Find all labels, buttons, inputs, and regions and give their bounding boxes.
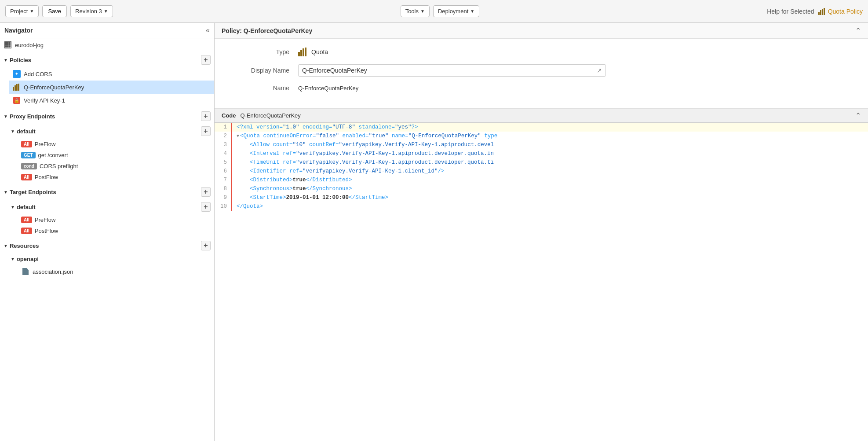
nav-item-preflow-proxy[interactable]: All PreFlow — [18, 139, 214, 150]
revision-button[interactable]: Revision 3 ▼ — [70, 5, 113, 17]
line-num-5: 5 — [215, 158, 232, 167]
svg-rect-6 — [16, 84, 18, 91]
code-header-left: Code Q-EnforceQuotaPerKey — [222, 112, 301, 119]
code-expand-button[interactable]: ⌃ — [855, 111, 861, 120]
nav-item-quota-label: Q-EnforceQuotaPerKey — [24, 84, 84, 91]
proxy-endpoints-children: ▼ default + All PreFlow GET get /convert — [0, 124, 214, 183]
line-content-8: <Synchronous>true</Synchronous> — [237, 184, 868, 193]
collapse-button[interactable]: « — [206, 26, 210, 34]
policies-label: Policies — [10, 57, 31, 63]
target-default-header[interactable]: ▼ default + — [9, 199, 214, 214]
code-line-4: 4 <Interval ref="verifyapikey.Verify-API… — [215, 149, 868, 158]
tools-button[interactable]: Tools ▼ — [401, 5, 430, 17]
proxy-endpoints-header[interactable]: ▼ Proxy Endpoints + — [0, 109, 214, 124]
help-for-selected-text: Help for Selected — [767, 8, 814, 15]
nav-item-verify-label: Verify API Key-1 — [24, 97, 65, 104]
target-default-label: default — [17, 204, 36, 210]
nav-item-postflow-target[interactable]: All PostFlow — [18, 225, 214, 236]
deployment-label: Deployment — [438, 8, 468, 15]
code-line-7: 7 <Distributed>true</Distributed> — [215, 176, 868, 184]
resources-triangle-icon: ▼ — [4, 243, 8, 248]
line-num-3: 3 — [215, 140, 232, 149]
association-json-label: association.json — [33, 268, 73, 275]
nav-item-add-cors-label: Add CORS — [24, 71, 52, 77]
target-default-children: All PreFlow All PostFlow — [9, 214, 214, 236]
proxy-endpoints-label: Proxy Endpoints — [10, 113, 55, 120]
target-default-add-button[interactable]: + — [201, 202, 211, 212]
line-num-9: 9 — [215, 193, 232, 202]
proxy-triangle-icon: ▼ — [4, 114, 8, 119]
nav-tree: eurodol-jog ▼ Policies + ✦ Add CORS — [0, 38, 214, 441]
line-content-1: <?xml version="1.0" encoding="UTF-8" sta… — [237, 123, 868, 132]
proxy-default-header[interactable]: ▼ default + — [9, 124, 214, 139]
deployment-button[interactable]: Deployment ▼ — [433, 5, 479, 17]
quota-nav-icon — [12, 83, 21, 92]
nav-item-add-cors[interactable]: ✦ Add CORS — [9, 67, 214, 81]
nav-item-quota[interactable]: Q-EnforceQuotaPerKey — [9, 81, 214, 94]
display-name-arrow-icon: ↗ — [597, 67, 602, 74]
policies-children: ✦ Add CORS — [0, 67, 214, 107]
line-content-10: </Quota> — [237, 202, 868, 211]
display-name-input[interactable]: Q-EnforceQuotaPerKey ↗ — [298, 64, 606, 77]
code-content[interactable]: 1 <?xml version="1.0" encoding="UTF-8" s… — [215, 123, 868, 441]
nav-section-target-endpoints: ▼ Target Endpoints + ▼ default + All Pre… — [0, 184, 214, 237]
quota-policy-link[interactable]: Quota Policy — [818, 7, 863, 15]
nav-root-item[interactable]: eurodol-jog — [0, 38, 214, 51]
type-value-text: Quota — [311, 48, 328, 55]
target-endpoints-header[interactable]: ▼ Target Endpoints + — [0, 184, 214, 199]
code-title: Q-EnforceQuotaPerKey — [241, 112, 301, 119]
openapi-children: association.json — [9, 265, 214, 278]
badge-all-preflow-proxy: All — [21, 141, 32, 147]
svg-rect-9 — [298, 52, 300, 56]
cors-icon: ✦ — [12, 70, 21, 78]
resources-add-button[interactable]: + — [201, 241, 211, 250]
navigator: Navigator « eurodol-jog ▼ Policies + — [0, 23, 215, 441]
nav-item-association-json[interactable]: association.json — [18, 265, 214, 278]
preflow-proxy-label: PreFlow — [35, 141, 56, 147]
target-endpoints-add-button[interactable]: + — [201, 187, 211, 197]
toolbar-center: Tools ▼ Deployment ▼ — [117, 5, 764, 17]
expand-button[interactable]: ⌃ — [855, 26, 861, 35]
nav-item-cors-preflight[interactable]: cond CORS preflight — [18, 161, 214, 172]
postflow-target-label: PostFlow — [35, 228, 58, 234]
policies-add-button[interactable]: + — [201, 55, 211, 65]
policy-header: Policy: Q-EnforceQuotaPerKey ⌃ — [215, 23, 868, 39]
save-button[interactable]: Save — [42, 5, 67, 17]
line-num-4: 4 — [215, 149, 232, 158]
project-label: Project — [10, 8, 28, 15]
project-button[interactable]: Project ▼ — [5, 5, 39, 17]
nav-section-resources: ▼ Resources + ▼ openapi associa — [0, 237, 214, 279]
policy-details: Type Quota Display Name Q-EnforceQuotaPe… — [215, 39, 868, 109]
type-label: Type — [232, 48, 289, 55]
policies-section-header[interactable]: ▼ Policies + — [0, 52, 214, 67]
line-content-3: <Allow count="10" countRef="verifyapikey… — [237, 140, 868, 149]
name-row: Name Q-EnforceQuotaPerKey — [232, 85, 850, 92]
badge-all-postflow-proxy: All — [21, 174, 32, 180]
svg-rect-11 — [303, 48, 304, 56]
nav-item-preflow-target[interactable]: All PreFlow — [18, 214, 214, 225]
display-name-label: Display Name — [232, 67, 289, 74]
type-row: Type Quota — [232, 48, 850, 56]
resources-header[interactable]: ▼ Resources + — [0, 238, 214, 253]
policy-header-title: Policy: Q-EnforceQuotaPerKey — [222, 27, 312, 34]
proxy-default-add-button[interactable]: + — [201, 126, 211, 136]
content-area: Policy: Q-EnforceQuotaPerKey ⌃ Type Quot… — [215, 23, 868, 441]
line-num-8: 8 — [215, 184, 232, 193]
nav-item-verify-api-key[interactable]: 🔒 Verify API Key-1 — [9, 94, 214, 107]
openapi-triangle: ▼ — [11, 257, 15, 261]
nav-item-get-convert[interactable]: GET get /convert — [18, 150, 214, 161]
type-quota-icon — [298, 48, 308, 56]
line-num-1: 1 — [215, 123, 232, 132]
line-num-7: 7 — [215, 176, 232, 184]
nav-item-postflow-proxy[interactable]: All PostFlow — [18, 172, 214, 183]
code-line-2: 2 ▼<Quota continueOnError="false" enable… — [215, 132, 868, 140]
proxy-endpoints-add-button[interactable]: + — [201, 111, 211, 121]
openapi-header[interactable]: ▼ openapi — [9, 253, 214, 265]
svg-rect-5 — [15, 85, 16, 91]
cors-preflight-label: CORS preflight — [40, 163, 78, 169]
postflow-proxy-label: PostFlow — [35, 174, 58, 180]
svg-rect-1 — [820, 10, 821, 15]
policies-triangle-icon: ▼ — [4, 58, 8, 62]
toolbar: Project ▼ Save Revision 3 ▼ Tools ▼ Depl… — [0, 0, 868, 23]
preflow-target-label: PreFlow — [35, 217, 56, 223]
